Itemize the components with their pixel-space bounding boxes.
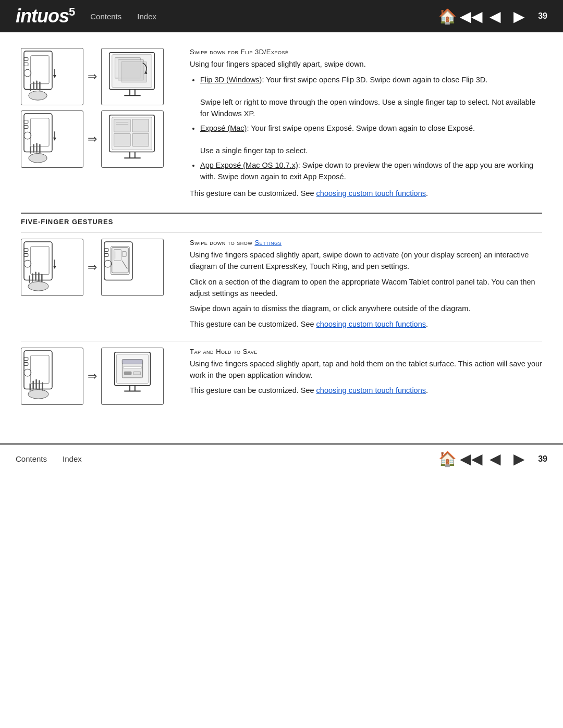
svg-point-72 bbox=[28, 389, 48, 399]
svg-rect-40 bbox=[114, 133, 130, 146]
header-index-link[interactable]: Index bbox=[137, 12, 156, 21]
arrow-2: ⇒ bbox=[88, 261, 97, 274]
swipe-down-settings-row: ⇒ bbox=[21, 239, 542, 335]
settings-images: ⇒ bbox=[21, 239, 177, 296]
svg-rect-22 bbox=[24, 120, 28, 124]
header-icon-group: 🏠 ◀◀ ◀ ▶ 39 bbox=[438, 7, 547, 26]
settings-body: Using five fingers spaced slightly apart… bbox=[190, 250, 542, 330]
footer-first-page-icon[interactable]: ◀◀ bbox=[462, 450, 481, 468]
footer-icon-group: 🏠 ◀◀ ◀ ▶ 39 bbox=[438, 450, 547, 468]
4finger-img2 bbox=[101, 48, 164, 105]
logo-sup: 5 bbox=[69, 5, 75, 18]
svg-point-70 bbox=[24, 369, 31, 376]
4finger-img3 bbox=[21, 110, 83, 168]
app-expose-label: App Exposé (Mac OS 10.7.x) bbox=[200, 161, 298, 169]
settings-label: Swipe down to show Settings bbox=[190, 239, 542, 246]
svg-rect-87 bbox=[133, 372, 141, 375]
header-page-number: 39 bbox=[538, 11, 547, 21]
svg-rect-46 bbox=[24, 254, 28, 257]
svg-rect-85 bbox=[123, 366, 141, 368]
svg-rect-38 bbox=[114, 119, 130, 132]
tap-hold-save-text: Tap and Hold to Save Using five fingers … bbox=[190, 348, 542, 401]
settings-img2 bbox=[101, 239, 164, 296]
settings-img1 bbox=[21, 239, 83, 296]
tap-hold-body: Using five fingers spaced slightly apart… bbox=[190, 359, 542, 397]
arrow-1b: ⇒ bbox=[88, 132, 97, 146]
customize-text-2: This gesture can be customized. See bbox=[190, 320, 316, 328]
svg-point-3 bbox=[24, 69, 31, 77]
tap-hold-images: ⇒ bbox=[21, 348, 177, 405]
svg-rect-41 bbox=[132, 133, 149, 146]
footer-next-page-icon[interactable]: ▶ bbox=[510, 450, 529, 468]
tap-hold-label: Tap and Hold to Save bbox=[190, 348, 542, 355]
svg-point-24 bbox=[24, 132, 31, 139]
svg-rect-2 bbox=[24, 63, 28, 66]
svg-rect-4 bbox=[31, 56, 49, 84]
customize-text-3: This gesture can be customized. See bbox=[190, 386, 316, 394]
svg-point-47 bbox=[24, 261, 31, 268]
four-finger-images: ⇒ bbox=[21, 48, 177, 168]
footer-prev-page-icon[interactable]: ◀ bbox=[486, 450, 505, 468]
4finger-img4 bbox=[101, 110, 164, 168]
arrow-1a: ⇒ bbox=[88, 70, 97, 83]
swipe-down-4finger-text: Swipe down for Flip 3D/Exposé Using four… bbox=[190, 48, 542, 203]
footer-page-number: 39 bbox=[538, 454, 547, 464]
svg-rect-68 bbox=[24, 357, 28, 360]
svg-rect-59 bbox=[104, 254, 108, 257]
prev-page-icon[interactable]: ◀ bbox=[486, 7, 505, 26]
flip3d-label: Flip 3D (Windows) bbox=[200, 76, 262, 84]
svg-rect-84 bbox=[122, 359, 142, 364]
4finger-label: Swipe down for Flip 3D/Exposé bbox=[190, 48, 542, 56]
first-page-icon[interactable]: ◀◀ bbox=[462, 7, 481, 26]
svg-rect-1 bbox=[24, 58, 28, 61]
customize-link-1[interactable]: choosing custom touch functions bbox=[316, 189, 426, 198]
expose-mac-label: Exposé (Mac) bbox=[200, 124, 247, 132]
logo: intuos5 bbox=[16, 5, 75, 27]
svg-rect-71 bbox=[31, 355, 49, 383]
4finger-body: Using four fingers spaced slightly apart… bbox=[190, 59, 542, 199]
svg-point-49 bbox=[28, 282, 48, 291]
tap-hold-img2 bbox=[101, 348, 164, 405]
header-nav[interactable]: Contents Index bbox=[90, 12, 422, 21]
home-icon[interactable]: 🏠 bbox=[438, 7, 457, 26]
svg-rect-39 bbox=[132, 119, 149, 132]
tap-hold-img1 bbox=[21, 348, 83, 405]
svg-rect-62 bbox=[112, 248, 128, 273]
customize-link-2[interactable]: choosing custom touch functions bbox=[316, 320, 426, 328]
settings-gesture-text: Swipe down to show Settings Using five f… bbox=[190, 239, 542, 335]
divider-2 bbox=[21, 341, 542, 341]
divider-1 bbox=[21, 232, 542, 232]
svg-rect-58 bbox=[104, 249, 108, 252]
svg-rect-25 bbox=[31, 118, 49, 146]
header-contents-link[interactable]: Contents bbox=[90, 12, 121, 21]
4finger-img1 bbox=[21, 48, 83, 105]
swipe-down-4finger-row: ⇒ bbox=[21, 48, 542, 203]
svg-marker-56 bbox=[53, 266, 56, 269]
svg-marker-11 bbox=[53, 75, 56, 78]
footer-nav[interactable]: Contents Index bbox=[16, 454, 422, 463]
customize-text-1: This gesture can be customized. See bbox=[190, 189, 316, 198]
customize-link-3[interactable]: choosing custom touch functions bbox=[316, 386, 426, 394]
footer-contents-link[interactable]: Contents bbox=[16, 454, 47, 463]
footer-home-icon[interactable]: 🏠 bbox=[438, 450, 457, 468]
svg-rect-45 bbox=[24, 249, 28, 252]
footer: Contents Index 🏠 ◀◀ ◀ ▶ 39 bbox=[0, 443, 563, 474]
footer-index-link[interactable]: Index bbox=[63, 454, 82, 463]
main-content: ⇒ bbox=[0, 32, 563, 423]
svg-point-5 bbox=[29, 91, 47, 100]
svg-point-26 bbox=[29, 153, 47, 163]
svg-rect-86 bbox=[124, 372, 131, 375]
svg-point-60 bbox=[104, 261, 112, 268]
svg-rect-23 bbox=[24, 125, 28, 128]
settings-link[interactable]: Settings bbox=[254, 239, 282, 246]
arrow-3: ⇒ bbox=[88, 369, 97, 383]
five-finger-section-title: Five-Finger Gestures bbox=[21, 213, 542, 226]
svg-rect-69 bbox=[24, 362, 28, 365]
header: intuos5 Contents Index 🏠 ◀◀ ◀ ▶ 39 bbox=[0, 0, 563, 32]
tap-hold-save-row: ⇒ bbox=[21, 348, 542, 405]
next-page-icon[interactable]: ▶ bbox=[510, 7, 529, 26]
svg-rect-48 bbox=[31, 246, 49, 275]
svg-rect-19 bbox=[121, 62, 146, 82]
svg-marker-32 bbox=[53, 138, 56, 141]
